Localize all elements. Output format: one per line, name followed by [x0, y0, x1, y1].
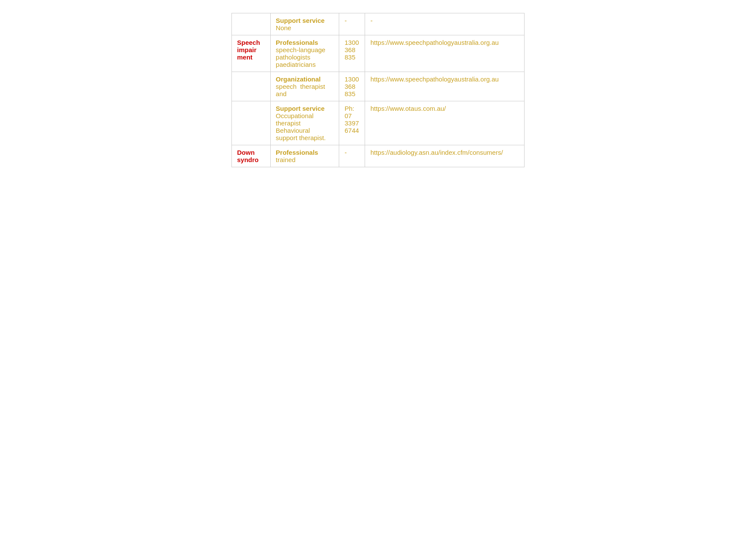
- service-detail: pathologists: [276, 53, 310, 61]
- link-cell[interactable]: https://audiology.asn.au/index.cfm/consu…: [365, 145, 525, 167]
- category-label: Down: [237, 149, 255, 156]
- service-detail: speech therapist: [276, 83, 325, 90]
- service-cell: Professionals trained: [270, 145, 339, 167]
- service-cell: Support service None: [270, 13, 339, 35]
- service-detail: trained: [276, 156, 296, 163]
- service-label: Professionals: [276, 149, 318, 156]
- service-cell: Professionals speech-language pathologis…: [270, 35, 339, 72]
- external-link[interactable]: https://www.otaus.com.au/: [370, 105, 446, 112]
- phone-cell: 1300368835: [339, 72, 365, 101]
- service-detail: and: [276, 90, 287, 97]
- service-detail: speech-language: [276, 46, 325, 53]
- service-detail: therapist: [276, 119, 301, 127]
- phone-cell: 1300368835: [339, 35, 365, 72]
- table-row: Organizational speech therapist and 1300…: [232, 72, 525, 101]
- service-detail: Behavioural: [276, 127, 310, 134]
- link-cell[interactable]: https://www.otaus.com.au/: [365, 101, 525, 145]
- phone-cell: Ph:0733976744: [339, 101, 365, 145]
- category-cell: [232, 13, 271, 35]
- service-detail: support therapist.: [276, 134, 326, 141]
- category-label: impair: [237, 46, 256, 53]
- category-cell: Down syndro: [232, 145, 271, 167]
- category-cell: [232, 101, 271, 145]
- phone-cell: -: [339, 145, 365, 167]
- service-cell: Support service Occupational therapist B…: [270, 101, 339, 145]
- table-row: Support service None - -: [232, 13, 525, 35]
- service-label: Organizational: [276, 75, 321, 83]
- service-detail: None: [276, 24, 291, 31]
- service-label: Support service: [276, 105, 325, 112]
- main-table: Support service None - - Speech impair m…: [231, 13, 525, 167]
- category-label: Speech: [237, 39, 260, 46]
- link-cell[interactable]: https://www.speechpathologyaustralia.org…: [365, 35, 525, 72]
- phone-cell: -: [339, 13, 365, 35]
- external-link[interactable]: https://www.speechpathologyaustralia.org…: [370, 75, 499, 83]
- category-cell: [232, 72, 271, 101]
- link-cell[interactable]: https://www.speechpathologyaustralia.org…: [365, 72, 525, 101]
- category-label: syndro: [237, 156, 259, 163]
- service-label: Support service: [276, 17, 325, 24]
- category-label: ment: [237, 53, 253, 61]
- table-row: Down syndro Professionals trained - http…: [232, 145, 525, 167]
- service-cell: Organizational speech therapist and: [270, 72, 339, 101]
- table-row: Speech impair ment Professionals speech-…: [232, 35, 525, 72]
- service-label: Professionals: [276, 39, 318, 46]
- link-cell: -: [365, 13, 525, 35]
- category-cell: Speech impair ment: [232, 35, 271, 72]
- external-link[interactable]: https://www.speechpathologyaustralia.org…: [370, 39, 499, 46]
- service-detail: Occupational: [276, 112, 314, 119]
- external-link[interactable]: https://audiology.asn.au/index.cfm/consu…: [370, 149, 503, 156]
- service-detail: paediatricians: [276, 61, 316, 68]
- table-row: Support service Occupational therapist B…: [232, 101, 525, 145]
